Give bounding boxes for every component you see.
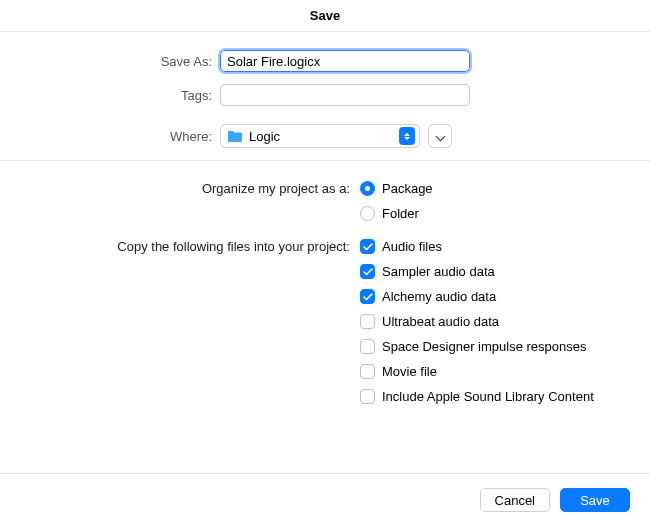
radio-package-label: Package: [382, 181, 433, 196]
checkbox-movie_file[interactable]: Movie file: [360, 364, 594, 379]
checkbox-icon: [360, 314, 375, 329]
updown-icon: [399, 127, 415, 145]
save-as-label: Save As:: [30, 54, 220, 69]
checkbox-space_designer[interactable]: Space Designer impulse responses: [360, 339, 594, 354]
checkbox-label: Ultrabeat audio data: [382, 314, 499, 329]
checkbox-label: Space Designer impulse responses: [382, 339, 587, 354]
radio-icon: [360, 206, 375, 221]
dialog-footer: Cancel Save: [0, 473, 650, 526]
divider: [0, 160, 650, 161]
checkbox-label: Movie file: [382, 364, 437, 379]
radio-icon: [360, 181, 375, 196]
checkbox-icon: [360, 289, 375, 304]
checkbox-label: Alchemy audio data: [382, 289, 496, 304]
where-select-text: Logic: [249, 129, 399, 144]
cancel-button[interactable]: Cancel: [480, 488, 550, 512]
folder-icon: [227, 130, 243, 143]
checkbox-sampler_audio[interactable]: Sampler audio data: [360, 264, 594, 279]
radio-package[interactable]: Package: [360, 181, 433, 196]
checkbox-icon: [360, 264, 375, 279]
checkbox-label: Audio files: [382, 239, 442, 254]
checkbox-alchemy_audio[interactable]: Alchemy audio data: [360, 289, 594, 304]
checkbox-label: Sampler audio data: [382, 264, 495, 279]
window-title: Save: [0, 0, 650, 32]
checkbox-icon: [360, 364, 375, 379]
save-as-input[interactable]: [220, 50, 470, 72]
organize-label: Organize my project as a:: [30, 181, 360, 196]
where-label: Where:: [30, 129, 220, 144]
chevron-down-icon: [436, 132, 445, 141]
radio-folder-label: Folder: [382, 206, 419, 221]
expand-button[interactable]: [428, 124, 452, 148]
where-select[interactable]: Logic: [220, 124, 420, 148]
tags-label: Tags:: [30, 88, 220, 103]
checkbox-audio_files[interactable]: Audio files: [360, 239, 594, 254]
checkbox-icon: [360, 339, 375, 354]
tags-input[interactable]: [220, 84, 470, 106]
copy-label: Copy the following files into your proje…: [30, 239, 360, 254]
checkbox-ultrabeat_audio[interactable]: Ultrabeat audio data: [360, 314, 594, 329]
dialog-content: Save As: Tags: Where: Logic Organize: [0, 32, 650, 473]
radio-folder[interactable]: Folder: [360, 206, 433, 221]
save-button[interactable]: Save: [560, 488, 630, 512]
checkbox-include_apple_sound[interactable]: Include Apple Sound Library Content: [360, 389, 594, 404]
checkbox-icon: [360, 389, 375, 404]
checkbox-label: Include Apple Sound Library Content: [382, 389, 594, 404]
checkbox-icon: [360, 239, 375, 254]
